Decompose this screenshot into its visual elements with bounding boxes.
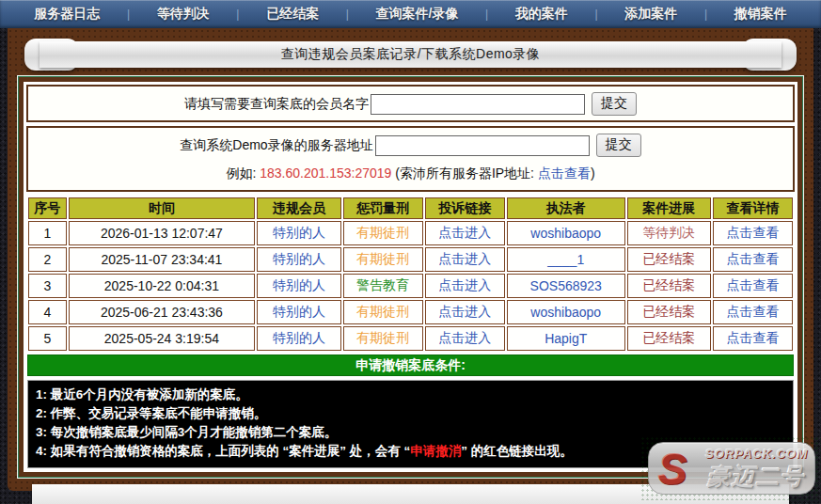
nav-item-7[interactable]: 撤销案件 <box>734 6 787 23</box>
table-header-cell: 投诉链接 <box>425 197 505 219</box>
cell-case-status: 已经结案 <box>627 247 711 272</box>
table-header-cell: 查看详情 <box>713 197 793 219</box>
cell-enforcer-link[interactable]: HapigT <box>507 326 625 351</box>
cell-detail-link[interactable]: 点击查看 <box>713 274 793 298</box>
cell-enforcer-link[interactable]: woshibaopo <box>507 300 625 324</box>
case-records-table: 序号时间违规会员惩罚量刑投诉链接执法者案件进展查看详情 12026-01-13 … <box>26 196 795 353</box>
table-header-cell: 序号 <box>28 197 67 219</box>
cell-punishment: 有期徒刑 <box>343 247 423 272</box>
cell-complaint-link[interactable]: 点击进入 <box>425 300 505 324</box>
revoke-rule-text: 3: 每次撤销案底最少间隔3个月才能撤销第二个案底。 <box>36 425 337 439</box>
nav-divider: | <box>346 8 349 21</box>
page-title: 查询违规会员案底记录/下载系统Demo录像 <box>281 46 541 63</box>
table-header-cell: 违规会员 <box>257 197 340 219</box>
revoke-rule-line: 2: 作弊、交易记录等案底不能申请撤销。 <box>36 404 785 423</box>
cell-case-number: 3 <box>28 274 67 298</box>
table-header-cell: 惩罚量刑 <box>343 197 423 219</box>
example-note-prefix: (索沛所有服务器IP地址: <box>391 165 538 181</box>
cell-punishment: 有期徒刑 <box>343 300 423 324</box>
table-header-cell: 执法者 <box>507 197 625 219</box>
revoke-rule-text: 4: 如果有符合撤销资格的案底，上面列表的 “案件进展” 处，会有 “ <box>36 444 410 458</box>
cell-case-status: 等待判决 <box>627 221 711 245</box>
demo-query-box: 查询系统Demo录像的服务器地址 提交 例如: 183.60.201.153:2… <box>26 126 795 192</box>
watermark-brand-text: 豪迈二号 <box>707 462 805 492</box>
top-navbar: 服务器日志|等待判决|已经结案|查询案件/录像|我的案件|添加案件|撤销案件 <box>0 0 821 28</box>
demo-query-label: 查询系统Demo录像的服务器地址 <box>180 137 372 154</box>
cell-case-status: 已经结案 <box>627 300 711 324</box>
cell-case-time: 2025-06-21 23:43:36 <box>69 300 256 324</box>
table-header-row: 序号时间违规会员惩罚量刑投诉链接执法者案件进展查看详情 <box>28 197 793 219</box>
nav-item-4[interactable]: 查询案件/录像 <box>376 6 459 23</box>
nav-item-6[interactable]: 添加案件 <box>624 6 677 23</box>
table-row: 42025-06-21 23:43:36特别的人有期徒刑点击进入woshibao… <box>28 300 793 324</box>
cell-complaint-link[interactable]: 点击进入 <box>425 221 505 245</box>
table-row: 22025-11-07 23:34:41特别的人有期徒刑点击进入____1已经结… <box>28 247 793 272</box>
cell-case-status: 已经结案 <box>627 326 711 351</box>
cell-punishment: 有期徒刑 <box>343 221 423 245</box>
revoke-rule-text: ” 的红色链接出现。 <box>461 444 573 458</box>
revoke-conditions-bar: 申请撤销案底条件: <box>27 354 794 376</box>
example-ip-address: 183.60.201.153:27019 <box>260 165 391 181</box>
revoke-conditions-title: 申请撤销案底条件: <box>355 357 466 374</box>
ribbon-band: 查询违规会员案底记录/下载系统Demo录像 <box>39 41 782 68</box>
cell-detail-link[interactable]: 点击查看 <box>713 247 793 272</box>
cell-enforcer-link[interactable]: SOS568923 <box>507 274 625 298</box>
table-row: 52025-05-24 3:19:54特别的人有期徒刑点击进入HapigT已经结… <box>28 326 793 351</box>
server-ip-list-link[interactable]: 点击查看 <box>538 165 591 181</box>
cell-member-link[interactable]: 特别的人 <box>257 221 340 245</box>
watermark-site-text: SORPACK.COM <box>705 447 808 461</box>
member-name-input[interactable] <box>371 94 585 115</box>
nav-divider: | <box>704 8 707 21</box>
demo-query-submit-button[interactable]: 提交 <box>596 134 641 157</box>
cell-enforcer-link[interactable]: ____1 <box>507 247 625 272</box>
nav-item-1[interactable]: 服务器日志 <box>34 6 100 23</box>
cell-case-time: 2025-11-07 23:34:41 <box>69 247 256 272</box>
cell-detail-link[interactable]: 点击查看 <box>713 300 793 324</box>
cell-member-link[interactable]: 特别的人 <box>257 300 340 324</box>
main-panel: 查询违规会员案底记录/下载系统Demo录像 请填写需要查询案底的会员名字 提交 … <box>8 28 813 491</box>
watermark-pill: S SORPACK.COM 豪迈二号 <box>648 442 815 495</box>
sorpack-watermark-logo: S SORPACK.COM 豪迈二号 <box>640 436 821 500</box>
cell-case-time: 2025-05-24 3:19:54 <box>69 326 256 351</box>
cell-punishment: 有期徒刑 <box>343 326 423 351</box>
nav-divider: | <box>594 8 597 21</box>
content-green-border: 请填写需要查询案底的会员名字 提交 查询系统Demo录像的服务器地址 提交 例如… <box>18 76 803 478</box>
table-row: 12026-01-13 12:07:47特别的人有期徒刑点击进入woshibao… <box>28 221 793 245</box>
cell-case-number: 4 <box>28 300 67 324</box>
content-frame: 请填写需要查询案底的会员名字 提交 查询系统Demo录像的服务器地址 提交 例如… <box>17 75 804 479</box>
cell-case-status: 已经结案 <box>627 274 711 298</box>
cell-complaint-link[interactable]: 点击进入 <box>425 274 505 298</box>
cell-member-link[interactable]: 特别的人 <box>257 326 340 351</box>
cell-case-number: 2 <box>28 247 67 272</box>
cell-member-link[interactable]: 特别的人 <box>257 274 340 298</box>
nav-item-2[interactable]: 等待判决 <box>157 6 210 23</box>
cell-case-number: 1 <box>28 221 67 245</box>
title-ribbon: 查询违规会员案底记录/下载系统Demo录像 <box>24 40 797 69</box>
cell-punishment: 警告教育 <box>343 274 423 298</box>
nav-divider: | <box>236 8 239 21</box>
cell-case-time: 2026-01-13 12:07:47 <box>69 221 256 245</box>
server-address-input[interactable] <box>375 135 590 156</box>
nav-item-5[interactable]: 我的案件 <box>515 6 568 23</box>
content-area: 请填写需要查询案底的会员名字 提交 查询系统Demo录像的服务器地址 提交 例如… <box>19 77 802 477</box>
member-query-label: 请填写需要查询案底的会员名字 <box>184 96 369 113</box>
cell-enforcer-link[interactable]: woshibaopo <box>507 221 625 245</box>
page-root: { "nav": { "items": ["服务器日志", "等待判决", "已… <box>0 0 821 504</box>
example-note-suffix: ) <box>591 165 595 181</box>
member-query-submit-button[interactable]: 提交 <box>592 92 637 116</box>
nav-item-3[interactable]: 已经结案 <box>266 6 319 23</box>
revoke-rule-text: 1: 最近6个月内没有被添加新的案底。 <box>36 387 248 402</box>
revoke-rule-line: 1: 最近6个月内没有被添加新的案底。 <box>36 386 785 404</box>
cell-member-link[interactable]: 特别的人 <box>257 247 340 272</box>
table-body: 12026-01-13 12:07:47特别的人有期徒刑点击进入woshibao… <box>28 221 793 351</box>
example-line: 例如: 183.60.201.153:27019 (索沛所有服务器IP地址: 点… <box>226 162 594 190</box>
example-prefix: 例如: <box>226 165 260 181</box>
cell-detail-link[interactable]: 点击查看 <box>713 326 793 351</box>
cell-case-number: 5 <box>28 326 67 351</box>
table-row: 32025-10-22 0:04:31特别的人警告教育点击进入SOS568923… <box>28 274 793 298</box>
table-header-cell: 案件进展 <box>627 197 711 219</box>
cell-detail-link[interactable]: 点击查看 <box>713 221 793 245</box>
member-query-box: 请填写需要查询案底的会员名字 提交 <box>26 85 795 122</box>
cell-complaint-link[interactable]: 点击进入 <box>425 326 505 351</box>
cell-complaint-link[interactable]: 点击进入 <box>425 247 505 272</box>
